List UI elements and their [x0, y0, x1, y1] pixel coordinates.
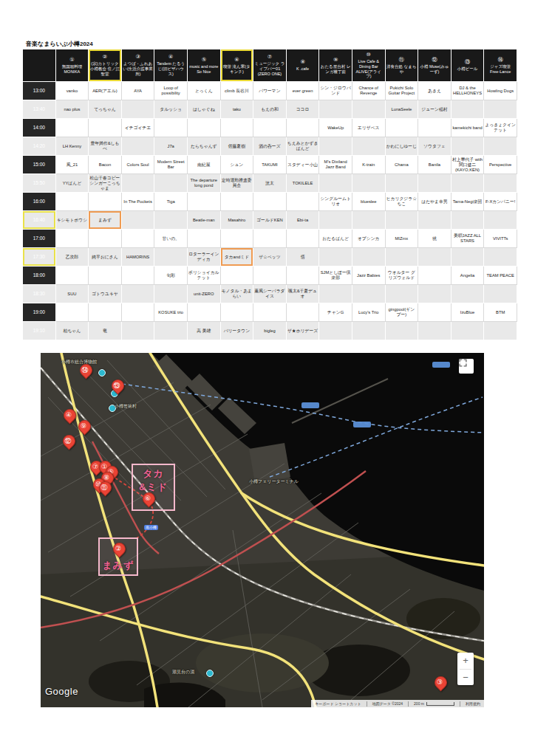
schedule-cell: オプシンカ: [352, 230, 385, 248]
venue-header: ⑦ミュージック ライブバー01 (ZERO ONE): [253, 49, 287, 82]
schedule-cell: 豊年満作&しもべ: [89, 137, 122, 156]
venue-name: ジャズ喫茶 Free-Lance: [485, 64, 516, 75]
venue-header: ⑧K .cafe: [286, 49, 319, 82]
schedule-cell: [352, 137, 385, 156]
venue-name: 小樽ビール: [452, 66, 483, 72]
fullscreen-button[interactable]: [459, 359, 474, 374]
schedule-cell: vanko: [55, 82, 89, 100]
poi-marker-icon[interactable]: [98, 369, 106, 377]
map[interactable]: タカ&ミドまみず南小樽小樽市総合博物館小樽芸術村小樽フェリーターミナル潮見台の湯…: [41, 353, 484, 707]
schedule-cell: Howling Dogs: [484, 82, 517, 100]
map-pin-number: ⑪: [100, 483, 109, 492]
google-logo[interactable]: Google: [45, 686, 78, 697]
map-data-credit: 地図データ ©2024: [372, 701, 403, 706]
venue-name: Live Cafe & Dining Bar ALIVE(アライブ): [353, 59, 384, 80]
schedule-row: 18:30SUUゴトウユキヤunit-ZEROモノタル・あまらい薫風シーパラダイ…: [23, 285, 517, 303]
schedule-cell: [451, 248, 484, 267]
map-pin[interactable]: ⑨: [75, 417, 93, 435]
page-title: 音楽なまらいぶ小樽2024: [26, 40, 93, 48]
time-cell: 18:30: [23, 285, 56, 303]
schedule-cell: [385, 174, 418, 193]
schedule-cell: [352, 285, 385, 303]
schedule-cell: 乙次郎: [55, 248, 89, 267]
time-cell: 14:00: [23, 119, 56, 137]
map-pin[interactable]: ③: [432, 673, 449, 691]
schedule-cell: [154, 285, 188, 303]
highlight-box-label: タカ&ミド: [133, 467, 174, 493]
schedule-cell: 旬彩: [154, 267, 188, 285]
schedule-cell: Ebi-ta: [286, 211, 319, 230]
time-cell: 15:50: [23, 174, 56, 193]
schedule-cell: [220, 230, 253, 248]
schedule-cell: [352, 248, 385, 267]
schedule-row: 19:10柏ちゃん竜高 美雄バリータウンbiglegザ★ホリデーズ: [23, 322, 517, 340]
schedule-row: 16:40キシモトボウシまみずBeatle-manMasahiroゴールドKEN…: [23, 211, 517, 230]
schedule-row: 17:30乙次郎純平おにさんHAMORINSロターラーインディカタカandミドザ…: [23, 248, 517, 267]
map-place-label: 潮見台の湯: [172, 669, 194, 676]
zoom-out-button[interactable]: −: [457, 670, 474, 686]
schedule-cell: [352, 322, 385, 340]
venue-header: ⑫小樽 Muse(みゅーず): [418, 49, 451, 82]
terms-link[interactable]: 利用規約: [466, 701, 480, 706]
venue-header: ⑩Live Cafe & Dining Bar ALIVE(アライブ): [352, 49, 385, 82]
map-pin[interactable]: ④: [61, 406, 78, 424]
venue-header: ⑤music and more So Nice: [187, 49, 220, 82]
schedule-cell: [55, 193, 89, 211]
station-badge[interactable]: 南小樽: [144, 525, 158, 530]
page: 音楽なまらいぶ小樽2024 ①無国籍料理 MONIKA②(宗)カトリック小樽教会…: [0, 0, 535, 756]
schedule-cell: Lucy's Trio: [352, 303, 385, 322]
venue-name: よつば・ふれあい(生活介護事業所): [123, 61, 154, 77]
schedule-cell: ヒカリクジラ☆ちこ: [385, 193, 418, 211]
schedule-cell: DJ & the HELLHONEYS: [451, 82, 484, 100]
schedule-cell: [352, 100, 385, 119]
map-place-label: 小樽芸術村: [115, 403, 137, 410]
schedule-cell: [220, 267, 253, 285]
schedule-cell: Chama: [385, 156, 418, 174]
time-cell: 13:00: [23, 82, 56, 100]
schedule-cell: Jazz Babies: [352, 267, 385, 285]
schedule-cell: 甘いの。: [154, 230, 188, 248]
schedule-cell: [55, 303, 89, 322]
highlight-box-taka-mido: タカ&ミド: [132, 464, 175, 511]
poi-marker-icon[interactable]: [206, 670, 214, 677]
schedule-cell: [418, 303, 451, 322]
time-cell: 17:30: [23, 248, 56, 267]
schedule-cell: [187, 193, 220, 211]
schedule-cell: [319, 174, 352, 193]
schedule-row: 19:00KOSUKE trioチャンGLucy's Triogingpool(…: [23, 303, 517, 322]
schedule-cell: 純平おにさん: [89, 248, 122, 267]
venue-header: ⑨おたる屋台村 レンガ横丁前: [319, 49, 352, 82]
venue-name: music and more So Nice: [188, 64, 219, 75]
schedule-cell: [418, 248, 451, 267]
schedule-cell: [418, 174, 451, 193]
schedule-cell: [451, 322, 484, 340]
schedule-cell: [451, 285, 484, 303]
time-cell: 19:00: [23, 303, 56, 322]
schedule-cell: [484, 322, 517, 340]
schedule-cell: ソウタフェ: [418, 137, 451, 156]
divider: [460, 701, 460, 707]
venue-name: 無国籍料理 MONIKA: [57, 64, 88, 75]
schedule-cell: タカandミド: [220, 248, 253, 267]
schedule-cell: SJMとしぼー倶楽部: [319, 267, 352, 285]
map-pin-number: ⑭: [81, 365, 90, 375]
schedule-row: 13:40nao plusてっちゃんタルッショはしゃぐねtakuもえの和ココロL…: [23, 100, 517, 119]
schedule-row: 14:20LH Kenny豊年満作&しもべJ7aたらちゃんず佐藤夏樹酒の呑ーズち…: [23, 137, 517, 156]
map-pin[interactable]: ⑫: [60, 432, 78, 450]
scale-label: 200 m: [414, 701, 424, 706]
schedule-cell: はたやま幸男: [418, 193, 451, 211]
venue-number: ⑦: [254, 54, 285, 61]
keyboard-shortcuts-link[interactable]: キーボード ショートカット: [315, 701, 361, 706]
venue-header: ⑪洋食台処 なまらや: [385, 49, 418, 82]
map-place-label: 小樽市総合博物館: [61, 359, 97, 365]
schedule-cell: ever green: [286, 82, 319, 100]
schedule-cell: [286, 230, 319, 248]
zoom-in-button[interactable]: +: [457, 653, 474, 669]
schedule-cell: 柏ちゃん: [55, 322, 89, 340]
schedule-cell: 薫風シーパラダイス: [253, 285, 287, 303]
schedule-cell: [319, 137, 352, 156]
schedule-cell: [286, 193, 319, 211]
schedule-cell: In The Pockets: [121, 193, 154, 211]
schedule-cell: [352, 211, 385, 230]
schedule-cell: [451, 211, 484, 230]
